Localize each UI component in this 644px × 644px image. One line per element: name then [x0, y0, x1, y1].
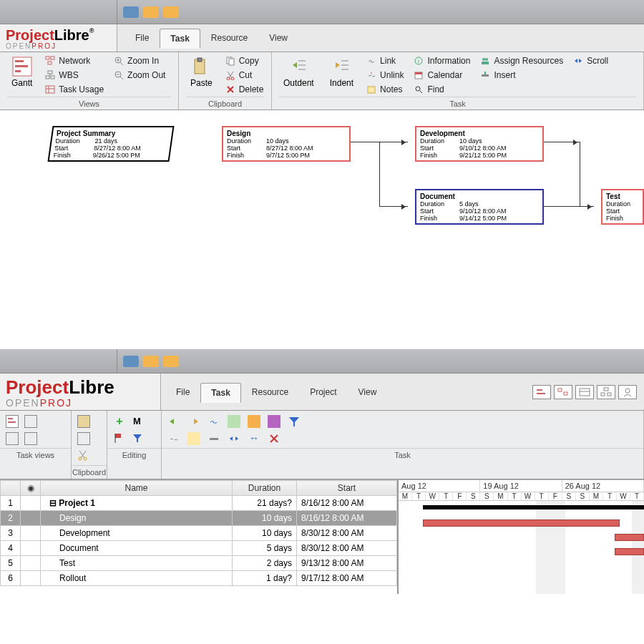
wbs-icon[interactable] — [6, 432, 19, 445]
window-button-3[interactable] — [163, 6, 179, 18]
window-network-view: ProjectLibre® OPENPROJ File Task Resourc… — [0, 0, 644, 311]
window-button-1[interactable] — [123, 356, 139, 367]
gantt-icon — [12, 57, 32, 77]
tab-view[interactable]: View — [348, 382, 388, 402]
delete-button[interactable]: Delete — [224, 84, 265, 95]
filter-icon[interactable] — [288, 415, 301, 428]
unlink-icon[interactable] — [167, 432, 180, 445]
delete-icon — [225, 84, 235, 94]
quick-network-icon[interactable] — [554, 385, 572, 399]
svg-rect-57 — [564, 392, 567, 395]
tab-resource[interactable]: Resource — [241, 382, 299, 402]
gantt-bar-summary[interactable] — [423, 505, 644, 509]
tab-task[interactable]: Task — [160, 29, 200, 49]
copy-icon[interactable] — [77, 432, 90, 445]
node-test[interactable]: Test Duration Start Finish — [601, 189, 644, 225]
node-design[interactable]: Design Duration10 days Start8/27/12 8:00… — [222, 126, 351, 162]
plus-icon[interactable]: + — [113, 415, 126, 428]
link-arrow — [379, 206, 408, 207]
tab-file[interactable]: File — [125, 28, 160, 48]
svg-rect-6 — [48, 62, 52, 64]
window-button-2[interactable] — [143, 6, 159, 18]
quick-wbs-icon[interactable] — [597, 385, 615, 399]
quick-task-usage-icon[interactable] — [575, 385, 594, 399]
quick-resource-icon[interactable] — [618, 385, 637, 399]
notes-button[interactable]: Notes — [365, 84, 405, 95]
assign-icon[interactable] — [268, 415, 280, 428]
table-row[interactable]: 1⊟ Project 121 days?8/16/12 8:00 AM — [1, 496, 397, 511]
svg-rect-50 — [482, 74, 489, 77]
table-row[interactable]: 2Design10 days8/16/12 8:00 AM — [1, 511, 397, 526]
insert-button[interactable]: Insert — [479, 69, 565, 81]
window-button-1[interactable] — [123, 6, 139, 18]
node-development[interactable]: Development Duration10 days Start9/10/12… — [415, 126, 544, 162]
filter-icon[interactable] — [132, 432, 145, 445]
link-icon[interactable] — [208, 415, 220, 428]
assign-icon — [480, 56, 490, 66]
unlink-button[interactable]: Unlink — [365, 69, 405, 81]
gantt-bar-development[interactable] — [615, 534, 644, 541]
calendar-icon[interactable] — [248, 415, 260, 428]
delete-icon[interactable] — [268, 432, 280, 445]
gantt-bar-design[interactable] — [423, 519, 619, 527]
link-icon — [366, 56, 376, 66]
node-document[interactable]: Document Duration5 days Start9/10/12 8:0… — [415, 189, 544, 225]
brand-subtitle: OPENPROJ — [6, 397, 156, 409]
svg-point-47 — [482, 58, 485, 61]
window-button-2[interactable] — [143, 356, 159, 367]
gantt-bar-document[interactable] — [615, 548, 644, 555]
table-row[interactable]: 4Document5 days8/30/12 8:00 AM — [1, 541, 397, 556]
tab-file[interactable]: File — [165, 382, 200, 402]
outdent-button[interactable]: Outdent — [279, 55, 318, 89]
copy-button[interactable]: Copy — [224, 55, 265, 67]
find-icon[interactable]: M — [132, 415, 145, 428]
network-icon — [45, 56, 55, 66]
insert-icon[interactable] — [208, 432, 220, 445]
network-button[interactable]: Network — [44, 55, 105, 67]
scroll-icon[interactable] — [228, 432, 240, 445]
task-usage-button[interactable]: Task Usage — [44, 84, 105, 95]
task-sheet[interactable]: ◉ Name Duration Start 1⊟ Project 121 day… — [0, 480, 397, 594]
task-usage-icon[interactable] — [24, 432, 37, 445]
wbs-button[interactable]: WBS — [44, 69, 105, 81]
gantt-body — [399, 501, 644, 594]
svg-marker-76 — [289, 417, 299, 426]
link-button[interactable]: Link — [365, 55, 405, 67]
zoom-in-button[interactable]: Zoom In — [112, 55, 167, 67]
calendar-button[interactable]: Calendar — [412, 69, 472, 81]
tab-task[interactable]: Task — [200, 383, 240, 403]
indent-icon[interactable] — [187, 415, 200, 428]
table-row[interactable]: 5Test2 days9/13/12 8:00 AM — [1, 556, 397, 571]
notes-icon[interactable] — [187, 432, 200, 445]
assign-resources-button[interactable]: Assign Resources — [479, 55, 565, 67]
quick-gantt-icon[interactable] — [532, 385, 551, 399]
gantt-button[interactable]: Gantt — [7, 55, 36, 89]
window-button-3[interactable] — [163, 356, 179, 367]
network-canvas[interactable]: Project Summary Duration21 days Start8/2… — [0, 110, 644, 311]
flag-icon[interactable] — [113, 432, 126, 445]
outdent-icon[interactable] — [167, 415, 180, 428]
cut-icon[interactable] — [77, 449, 90, 462]
cut-button[interactable]: Cut — [224, 69, 265, 81]
node-project-summary[interactable]: Project Summary Duration21 days Start8/2… — [47, 126, 174, 162]
paste-button[interactable]: Paste — [186, 55, 217, 89]
tab-view[interactable]: View — [258, 28, 298, 48]
gantt-chart[interactable]: Aug 12 19 Aug 12 26 Aug 12 MTWTFSSMTWTFS… — [397, 480, 644, 594]
brand: ProjectLibre OPENPROJ — [0, 374, 161, 410]
table-row[interactable]: 6Rollout1 day?9/17/12 8:00 AM — [1, 571, 397, 586]
svg-point-68 — [79, 457, 82, 460]
info-icon[interactable] — [228, 415, 240, 428]
table-row[interactable]: 3Development10 days8/30/12 8:00 AM — [1, 526, 397, 541]
scroll-button[interactable]: Scroll — [572, 55, 610, 67]
indent-button[interactable]: Indent — [326, 55, 358, 89]
tab-resource[interactable]: Resource — [200, 28, 258, 48]
zoom-out-button[interactable]: Zoom Out — [112, 69, 167, 81]
move-icon[interactable]: ↔ — [248, 432, 260, 445]
network-icon[interactable] — [24, 415, 37, 428]
tab-project[interactable]: Project — [299, 382, 347, 402]
find-button[interactable]: Find — [412, 84, 472, 95]
paste-icon[interactable] — [77, 415, 90, 428]
gantt-icon[interactable] — [6, 415, 19, 428]
ribbon-group-clipboard: Clipboard — [72, 411, 107, 479]
information-button[interactable]: iInformation — [412, 55, 472, 67]
